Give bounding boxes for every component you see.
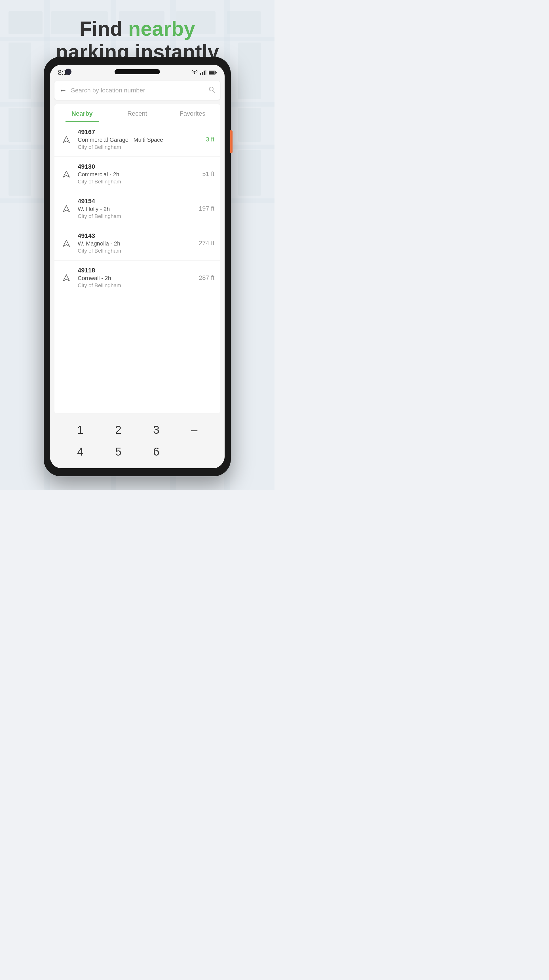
tab-nearby[interactable]: Nearby xyxy=(54,104,110,122)
parking-type: Cornwall - 2h xyxy=(78,275,199,282)
keypad-row-2: 4 5 6 xyxy=(50,441,224,463)
parking-info: 49154 W. Holly - 2h City of Bellingham xyxy=(78,197,199,220)
hero-find-text: Find xyxy=(80,17,128,40)
keypad-key-1[interactable]: 1 xyxy=(66,421,94,439)
signal-icon xyxy=(200,70,207,75)
navigation-icon xyxy=(60,237,73,250)
parking-city: City of Bellingham xyxy=(78,248,199,254)
parking-distance: 197 ft xyxy=(199,205,214,212)
parking-item[interactable]: 49154 W. Holly - 2h City of Bellingham 1… xyxy=(54,191,220,226)
parking-item[interactable]: 49130 Commercial - 2h City of Bellingham… xyxy=(54,157,220,191)
keypad-key-3[interactable]: 3 xyxy=(142,421,170,439)
tab-favorites[interactable]: Favorites xyxy=(165,104,220,122)
phone-mockup: 8:10 xyxy=(44,57,231,476)
svg-rect-0 xyxy=(200,73,201,75)
search-bar[interactable]: ← Search by location number xyxy=(54,81,220,100)
navigation-icon xyxy=(60,272,73,284)
svg-rect-5 xyxy=(209,72,215,74)
navigation-icon xyxy=(60,168,73,180)
tab-recent[interactable]: Recent xyxy=(110,104,165,122)
parking-info: 49167 Commercial Garage - Multi Space Ci… xyxy=(78,129,205,150)
keypad-key-6[interactable]: 6 xyxy=(142,442,170,461)
parking-distance: 3 ft xyxy=(205,136,214,143)
parking-info: 49118 Cornwall - 2h City of Bellingham xyxy=(78,267,199,289)
parking-type: W. Magnolia - 2h xyxy=(78,240,199,247)
phone-camera xyxy=(65,68,72,75)
back-button[interactable]: ← xyxy=(59,86,67,95)
hero-line1: Find nearby xyxy=(0,17,275,40)
navigation-icon xyxy=(60,202,73,215)
keypad-key-4[interactable]: 4 xyxy=(66,442,94,461)
parking-id: 49143 xyxy=(78,232,199,240)
svg-rect-6 xyxy=(216,72,216,73)
wifi-icon xyxy=(191,70,198,75)
svg-rect-1 xyxy=(202,72,203,75)
parking-type: Commercial - 2h xyxy=(78,171,202,178)
search-input[interactable]: Search by location number xyxy=(71,87,208,94)
parking-list: 49167 Commercial Garage - Multi Space Ci… xyxy=(54,122,220,413)
parking-info: 49143 W. Magnolia - 2h City of Bellingha… xyxy=(78,232,199,254)
search-icon[interactable] xyxy=(208,86,215,95)
parking-distance: 274 ft xyxy=(199,240,214,247)
phone-speaker xyxy=(115,69,160,74)
keypad-key-dash[interactable]: – xyxy=(180,421,208,439)
parking-item[interactable]: 49118 Cornwall - 2h City of Bellingham 2… xyxy=(54,261,220,295)
parking-city: City of Bellingham xyxy=(78,282,199,289)
phone-screen: 8:10 xyxy=(50,65,224,468)
keypad-key-5[interactable]: 5 xyxy=(104,442,132,461)
keypad-key-empty xyxy=(180,442,208,461)
phone-body: 8:10 xyxy=(44,57,231,476)
parking-id: 49130 xyxy=(78,163,202,170)
parking-distance: 51 ft xyxy=(202,170,214,178)
parking-city: City of Bellingham xyxy=(78,213,199,220)
keypad-row-1: 1 2 3 – xyxy=(50,419,224,441)
navigation-icon xyxy=(60,133,73,146)
parking-city: City of Bellingham xyxy=(78,144,205,150)
phone-power-button xyxy=(230,130,232,153)
svg-line-8 xyxy=(213,91,215,92)
parking-info: 49130 Commercial - 2h City of Bellingham xyxy=(78,163,202,185)
keypad-area: 1 2 3 – 4 5 6 xyxy=(50,413,224,468)
parking-type: W. Holly - 2h xyxy=(78,206,199,212)
svg-rect-2 xyxy=(204,71,205,75)
parking-type: Commercial Garage - Multi Space xyxy=(78,137,205,143)
parking-city: City of Bellingham xyxy=(78,178,202,185)
status-icons xyxy=(191,70,216,75)
parking-id: 49118 xyxy=(78,267,199,274)
parking-id: 49167 xyxy=(78,129,205,136)
parking-distance: 287 ft xyxy=(199,274,214,282)
parking-item[interactable]: 49167 Commercial Garage - Multi Space Ci… xyxy=(54,122,220,157)
hero-nearby-text: nearby xyxy=(128,17,195,40)
svg-rect-3 xyxy=(205,70,207,75)
keypad-key-2[interactable]: 2 xyxy=(104,421,132,439)
parking-item[interactable]: 49143 W. Magnolia - 2h City of Bellingha… xyxy=(54,226,220,261)
tabs-container: Nearby Recent Favorites xyxy=(54,104,220,122)
parking-id: 49154 xyxy=(78,197,199,205)
battery-icon xyxy=(209,70,216,75)
content-card: Nearby Recent Favorites xyxy=(54,104,220,413)
